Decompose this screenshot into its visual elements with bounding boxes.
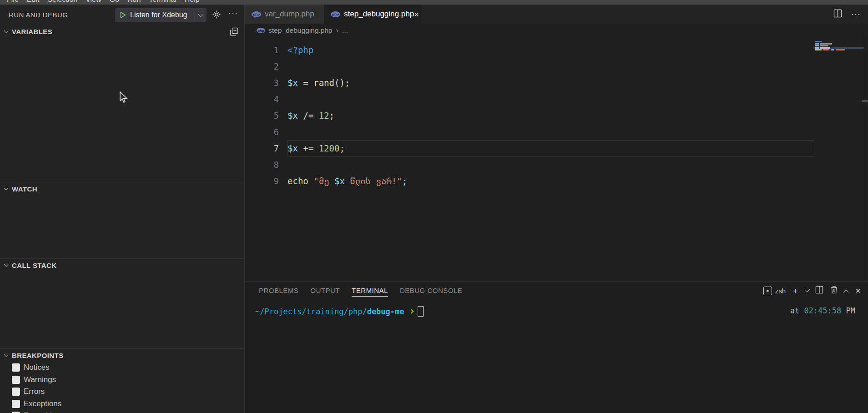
code-token: rand [313, 78, 334, 88]
line-number: 4 [245, 91, 287, 107]
variables-header[interactable]: VARIABLES [0, 25, 245, 38]
editor-tab-bar: php var_dump.php php step_debugging.php … [245, 5, 868, 24]
menu-bar: File Edit Selection View Go Run Terminal… [0, 0, 868, 5]
php-file-icon: php [257, 28, 265, 33]
overview-ruler-marker [862, 100, 868, 102]
watch-label: WATCH [12, 185, 37, 193]
code-token: <?php [288, 45, 313, 55]
breadcrumb[interactable]: php step_debugging.php › ... [245, 24, 868, 37]
code-line-2[interactable]: 2 [245, 58, 868, 75]
breakpoint-row-errors[interactable]: Errors [0, 386, 245, 398]
checkbox[interactable] [12, 400, 20, 408]
shell-name: zsh [775, 287, 786, 295]
panel-actions: > zsh + × [763, 286, 868, 296]
breakpoints-section: BREAKPOINTS Notices Warnings Errors Exce… [0, 348, 245, 413]
code-line-8[interactable]: 8 [245, 156, 868, 173]
watch-header[interactable]: WATCH [0, 182, 245, 195]
code-token: ; [329, 111, 334, 121]
line-number: 3 [245, 75, 287, 91]
code-token: /= [298, 111, 319, 121]
code-line-6[interactable]: 6 [245, 124, 868, 140]
code-lines: 1 <?php 2 3 $x = rand(); 4 5 $x /= 1 [245, 42, 868, 189]
more-actions-icon[interactable]: ··· [228, 8, 238, 18]
breadcrumb-file[interactable]: step_debugging.php [268, 26, 333, 35]
scrollbar-track[interactable] [864, 37, 864, 281]
gear-icon[interactable] [212, 10, 221, 21]
line-number: 6 [245, 124, 287, 140]
close-panel-icon[interactable]: × [855, 286, 861, 295]
code-line-1[interactable]: 1 <?php [245, 42, 868, 58]
breakpoint-row-warnings[interactable]: Warnings [0, 374, 245, 386]
chevron-down-icon[interactable] [193, 8, 207, 22]
menu-view[interactable]: View [81, 0, 105, 5]
code-token: "მე [308, 176, 334, 186]
code-token: = [298, 78, 313, 88]
code-token: echo [288, 176, 308, 186]
code-line-9[interactable]: 9 echo "მე $x წლის ვარ!"; [245, 173, 868, 189]
kill-terminal-icon[interactable] [830, 286, 838, 296]
breakpoint-label: Warnings [24, 375, 56, 384]
menu-run[interactable]: Run [123, 0, 145, 5]
menu-terminal[interactable]: Terminal [145, 0, 180, 5]
tab-step-debugging[interactable]: php step_debugging.php × [324, 5, 421, 24]
split-editor-icon[interactable] [833, 9, 842, 20]
tab-debug-console[interactable]: DEBUG CONSOLE [400, 282, 462, 300]
breakpoint-label: Everything [24, 411, 60, 413]
tab-label: step_debugging.php [344, 10, 414, 19]
tab-terminal[interactable]: TERMINAL [352, 282, 388, 300]
collapse-all-icon[interactable] [230, 27, 238, 36]
menu-help[interactable]: Help [181, 0, 204, 5]
code-line-5[interactable]: 5 $x /= 12; [245, 107, 868, 124]
code-line-4[interactable]: 4 [245, 91, 868, 107]
code-token: $x [334, 176, 345, 186]
terminal-cwd-dir: debug-me [367, 307, 404, 316]
php-file-icon: php [331, 11, 340, 17]
menu-file[interactable]: File [3, 0, 23, 5]
run-debug-sidebar: RUN AND DEBUG Listen for Xdebug ··· VARI… [0, 5, 245, 413]
breadcrumb-symbol[interactable]: ... [342, 26, 348, 35]
code-line-3[interactable]: 3 $x = rand(); [245, 75, 868, 91]
breakpoint-row-notices[interactable]: Notices [0, 362, 245, 374]
breakpoints-header[interactable]: BREAKPOINTS [0, 349, 245, 362]
variables-body[interactable] [0, 38, 245, 174]
close-tab-icon[interactable]: × [414, 10, 419, 19]
line-number: 2 [245, 58, 287, 75]
code-token: ; [402, 176, 407, 186]
terminal-shell-chip[interactable]: > zsh [763, 287, 786, 295]
start-debug-icon[interactable] [120, 11, 126, 19]
code-token: ; [339, 143, 344, 153]
checkbox[interactable] [12, 363, 20, 372]
split-terminal-icon[interactable] [815, 286, 823, 296]
breakpoint-row-exceptions[interactable]: Exceptions [0, 398, 245, 410]
line-number: 8 [245, 156, 287, 173]
line-number: 7 [245, 140, 287, 156]
chevron-down-icon [4, 353, 9, 357]
call-stack-header[interactable]: CALL STACK [0, 259, 245, 272]
maximize-panel-icon[interactable] [843, 290, 848, 295]
checkbox[interactable] [12, 376, 20, 384]
prompt-arrow-icon [409, 309, 414, 314]
breakpoint-row-everything[interactable]: Everything [0, 410, 245, 413]
tab-output[interactable]: OUTPUT [310, 282, 340, 300]
terminal-timestamp: at 02:45:58 PM [790, 306, 855, 315]
minimap[interactable] [813, 41, 864, 51]
more-actions-icon[interactable]: ··· [851, 10, 861, 19]
panel-header: PROBLEMS OUTPUT TERMINAL DEBUG CONSOLE >… [245, 282, 868, 300]
menu-go[interactable]: Go [106, 0, 123, 5]
terminal-cwd-path: ~/Projects/training/php/ [255, 307, 367, 316]
new-terminal-icon[interactable]: + [792, 286, 798, 296]
vscode-window: File Edit Selection View Go Run Terminal… [0, 0, 868, 413]
checkbox[interactable] [12, 388, 20, 396]
terminal-profile-chevron-icon[interactable] [805, 287, 810, 292]
code-token: წლის ვარ!" [345, 176, 402, 186]
launch-config-dropdown[interactable]: Listen for Xdebug [115, 8, 207, 22]
watch-section: WATCH [0, 182, 245, 258]
code-editor[interactable]: 1 <?php 2 3 $x = rand(); 4 5 $x /= 1 [245, 37, 868, 281]
mouse-cursor [118, 91, 128, 105]
tab-problems[interactable]: PROBLEMS [259, 282, 298, 300]
terminal[interactable]: ~/Projects/training/php/debug-me at 02:4… [245, 300, 868, 317]
code-line-7-current[interactable]: 7 $x += 1200; [245, 140, 868, 156]
menu-edit[interactable]: Edit [23, 0, 44, 5]
menu-selection[interactable]: Selection [43, 0, 81, 5]
tab-var-dump[interactable]: php var_dump.php [245, 5, 324, 24]
